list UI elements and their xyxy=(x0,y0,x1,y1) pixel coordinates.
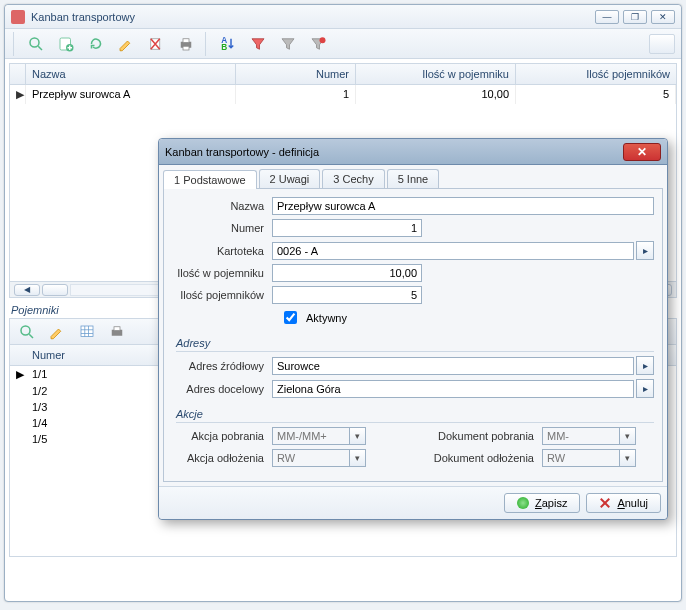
checkbox-aktywny[interactable] xyxy=(284,311,297,324)
input-nazwa[interactable] xyxy=(272,197,654,215)
label-akcja-odlozenia: Akcja odłożenia xyxy=(172,452,272,464)
sub-search-icon[interactable] xyxy=(14,320,40,344)
minimize-button[interactable]: — xyxy=(595,10,619,24)
combo-akcja-pobrania[interactable]: ▾ xyxy=(272,427,366,445)
close-button[interactable]: ✕ xyxy=(651,10,675,24)
adres-docelowy-lookup-button[interactable]: ▸ xyxy=(636,379,654,398)
search-icon[interactable] xyxy=(23,32,49,56)
combo-akcja-odlozenia[interactable]: ▾ xyxy=(272,449,366,467)
app-icon xyxy=(11,10,25,24)
input-adres-zrodlowy[interactable] xyxy=(272,357,634,375)
svg-rect-15 xyxy=(114,326,120,330)
cell-nazwa: Przepływ surowca A xyxy=(26,85,236,104)
cell-numer: 1 xyxy=(236,85,356,104)
label-adres-docelowy: Adres docelowy xyxy=(172,383,272,395)
svg-text:B: B xyxy=(221,43,227,52)
refresh-icon[interactable] xyxy=(83,32,109,56)
input-adres-docelowy[interactable] xyxy=(272,380,634,398)
svg-point-0 xyxy=(30,38,39,47)
tab-uwagi[interactable]: 2 Uwagi xyxy=(259,169,321,188)
delete-icon[interactable] xyxy=(143,32,169,56)
print-icon[interactable] xyxy=(173,32,199,56)
layout-button[interactable] xyxy=(649,34,675,54)
chevron-down-icon[interactable]: ▾ xyxy=(350,449,366,467)
row-indicator: ▶ xyxy=(10,85,26,104)
maximize-button[interactable]: ❐ xyxy=(623,10,647,24)
combo-dokument-pobrania[interactable]: ▾ xyxy=(542,427,636,445)
label-aktywny: Aktywny xyxy=(306,312,347,324)
fieldset-akcje: Akcje xyxy=(176,408,654,423)
input-ilosc-pojemnikow[interactable] xyxy=(272,286,422,304)
label-dokument-pobrania: Dokument pobrania xyxy=(422,430,542,442)
svg-rect-6 xyxy=(183,38,189,42)
svg-point-11 xyxy=(21,326,30,335)
kartoteka-lookup-button[interactable]: ▸ xyxy=(636,241,654,260)
tab-cechy[interactable]: 3 Cechy xyxy=(322,169,384,188)
scroll-thumb[interactable] xyxy=(42,284,68,296)
main-toolbar: AB xyxy=(5,29,681,59)
input-kartoteka[interactable] xyxy=(272,242,634,260)
sub-grid-icon[interactable] xyxy=(74,320,100,344)
main-titlebar: Kanban transportowy — ❐ ✕ xyxy=(5,5,681,29)
dialog-title: Kanban transportowy - definicja xyxy=(165,146,623,158)
sub-edit-icon[interactable] xyxy=(44,320,70,344)
cell-ilosc-w-pojemniku: 10,00 xyxy=(356,85,516,104)
dialog-button-bar: Zapisz Anuluj xyxy=(159,486,667,519)
add-icon[interactable] xyxy=(53,32,79,56)
label-numer: Numer xyxy=(172,222,272,234)
label-dokument-odlozenia: Dokument odłożenia xyxy=(422,452,542,464)
input-numer[interactable] xyxy=(272,219,422,237)
col-nazwa[interactable]: Nazwa xyxy=(26,64,236,84)
filter3-icon[interactable] xyxy=(305,32,331,56)
label-ilosc-pojemnikow: Ilość pojemników xyxy=(172,289,272,301)
chevron-down-icon[interactable]: ▾ xyxy=(620,449,636,467)
tab-panel-podstawowe: Nazwa Numer Kartoteka ▸ Ilość w pojemnik… xyxy=(163,188,663,482)
filter2-icon[interactable] xyxy=(275,32,301,56)
input-ilosc-w-pojemniku[interactable] xyxy=(272,264,422,282)
filter-icon[interactable] xyxy=(245,32,271,56)
dialog-close-button[interactable]: ✕ xyxy=(623,143,661,161)
chevron-down-icon[interactable]: ▾ xyxy=(620,427,636,445)
grid-row[interactable]: ▶ Przepływ surowca A 1 10,00 5 xyxy=(10,85,676,104)
dialog-titlebar[interactable]: Kanban transportowy - definicja ✕ xyxy=(159,139,667,165)
close-icon xyxy=(599,497,611,509)
col-ilosc-pojemnikow[interactable]: Ilość pojemników xyxy=(516,64,676,84)
combo-dokument-odlozenia[interactable]: ▾ xyxy=(542,449,636,467)
cancel-button[interactable]: Anuluj xyxy=(586,493,661,513)
svg-rect-13 xyxy=(81,326,93,337)
svg-point-10 xyxy=(320,37,326,43)
label-kartoteka: Kartoteka xyxy=(172,245,272,257)
sub-print-icon[interactable] xyxy=(104,320,130,344)
label-akcja-pobrania: Akcja pobrania xyxy=(172,430,272,442)
label-adres-zrodlowy: Adres źródłowy xyxy=(172,360,272,372)
sort-icon[interactable]: AB xyxy=(215,32,241,56)
tab-podstawowe[interactable]: 1 Podstawowe xyxy=(163,170,257,189)
col-numer[interactable]: Numer xyxy=(236,64,356,84)
svg-line-12 xyxy=(29,334,33,338)
tab-inne[interactable]: 5 Inne xyxy=(387,169,440,188)
svg-line-1 xyxy=(38,46,42,50)
window-title: Kanban transportowy xyxy=(31,11,595,23)
adres-zrodlowy-lookup-button[interactable]: ▸ xyxy=(636,356,654,375)
edit-icon[interactable] xyxy=(113,32,139,56)
grid-header: Nazwa Numer Ilość w pojemniku Ilość poje… xyxy=(10,64,676,85)
definition-dialog: Kanban transportowy - definicja ✕ 1 Pods… xyxy=(158,138,668,520)
cell-ilosc-pojemnikow: 5 xyxy=(516,85,676,104)
label-nazwa: Nazwa xyxy=(172,200,272,212)
label-ilosc-w-pojemniku: Ilość w pojemniku xyxy=(172,267,272,279)
window-buttons: — ❐ ✕ xyxy=(595,10,675,24)
check-icon xyxy=(517,497,529,509)
chevron-down-icon[interactable]: ▾ xyxy=(350,427,366,445)
scroll-left-button[interactable]: ◀ xyxy=(14,284,40,296)
fieldset-adresy: Adresy xyxy=(176,337,654,352)
tab-bar: 1 Podstawowe 2 Uwagi 3 Cechy 5 Inne xyxy=(159,165,667,188)
save-button[interactable]: Zapisz xyxy=(504,493,580,513)
col-ilosc-w-pojemniku[interactable]: Ilość w pojemniku xyxy=(356,64,516,84)
svg-rect-7 xyxy=(183,46,189,50)
